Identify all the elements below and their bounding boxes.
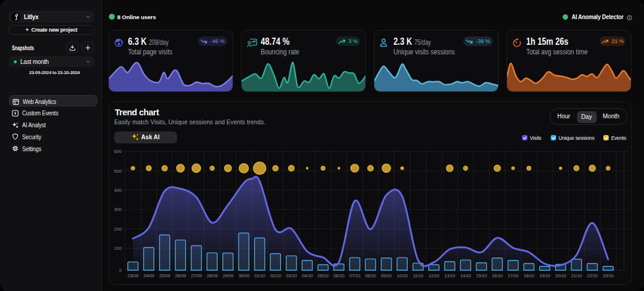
svg-text:10/10: 10/10 — [397, 273, 408, 278]
svg-text:16/10: 16/10 — [492, 273, 503, 278]
svg-text:14/10: 14/10 — [460, 273, 472, 278]
svg-text:500: 500 — [114, 169, 122, 174]
svg-text:22/10: 22/10 — [587, 273, 598, 278]
svg-text:200: 200 — [114, 226, 122, 232]
svg-text:12/10: 12/10 — [429, 273, 440, 278]
svg-text:13/10: 13/10 — [444, 273, 456, 278]
svg-text:21/10: 21/10 — [571, 273, 582, 278]
svg-text:100: 100 — [114, 246, 122, 251]
svg-text:27/09: 27/09 — [191, 273, 202, 278]
svg-text:04/10: 04/10 — [302, 273, 313, 278]
svg-text:28/09: 28/09 — [207, 273, 218, 278]
svg-text:05/10: 05/10 — [318, 273, 329, 278]
svg-text:03/10: 03/10 — [286, 273, 297, 278]
svg-text:0: 0 — [119, 268, 121, 273]
svg-text:23/10: 23/10 — [603, 273, 614, 278]
svg-text:07/10: 07/10 — [349, 273, 361, 278]
svg-text:30/09: 30/09 — [239, 273, 249, 278]
svg-text:01/10: 01/10 — [254, 273, 265, 278]
svg-text:600: 600 — [114, 149, 122, 154]
svg-text:15/10: 15/10 — [476, 273, 487, 278]
svg-text:08/10: 08/10 — [365, 273, 377, 278]
svg-text:26/09: 26/09 — [175, 273, 186, 278]
svg-text:09/10: 09/10 — [381, 273, 392, 278]
svg-text:400: 400 — [114, 188, 122, 193]
svg-text:25/09: 25/09 — [159, 273, 170, 278]
svg-text:19/10: 19/10 — [539, 273, 551, 278]
svg-text:11/10: 11/10 — [413, 273, 423, 278]
svg-text:18/10: 18/10 — [523, 273, 535, 278]
svg-text:300: 300 — [114, 207, 122, 212]
svg-text:20/10: 20/10 — [555, 273, 566, 278]
svg-text:29/09: 29/09 — [222, 273, 233, 278]
svg-text:17/10: 17/10 — [508, 273, 519, 278]
svg-text:02/10: 02/10 — [270, 273, 282, 278]
svg-text:06/10: 06/10 — [334, 273, 345, 278]
svg-text:24/09: 24/09 — [144, 273, 154, 278]
svg-text:23/09: 23/09 — [127, 273, 138, 278]
